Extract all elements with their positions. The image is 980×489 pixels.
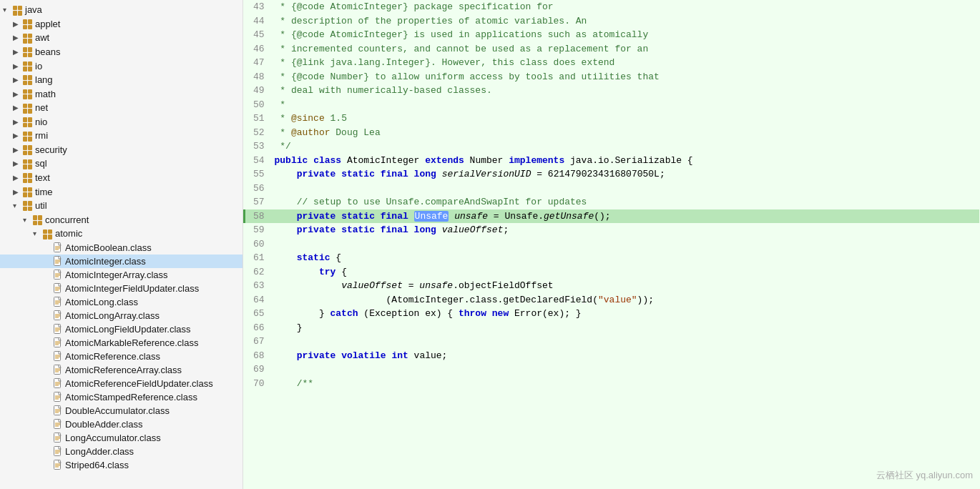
tree-item-AtomicLongFieldUpdater[interactable]: AtomicLongFieldUpdater.class (0, 322, 242, 336)
tree-item-concurrent[interactable]: ▾concurrent (0, 212, 242, 227)
tree-arrow-applet: ▶ (13, 20, 23, 28)
line-number: 59 (245, 223, 270, 237)
tree-item-util[interactable]: ▾util (0, 199, 242, 213)
code-content[interactable]: } (270, 321, 979, 335)
code-content[interactable]: private volatile int value; (270, 349, 979, 363)
package-icon (23, 172, 35, 184)
tree-item-beans[interactable]: ▶beans (0, 45, 242, 59)
tree-item-Striped64[interactable]: Striped64.class (0, 458, 242, 472)
tree-item-applet[interactable]: ▶applet (0, 17, 242, 31)
tree-item-DoubleAdder[interactable]: DoubleAdder.class (0, 418, 242, 431)
line-number: 63 (245, 279, 270, 293)
tree-item-time[interactable]: ▶time (0, 184, 242, 199)
tree-item-atomic[interactable]: ▾atomic (0, 227, 242, 241)
tree-arrow-java: ▾ (3, 6, 13, 14)
code-content[interactable]: * incremented counters, and cannot be us… (270, 42, 979, 56)
tree-item-AtomicIntegerFieldUpdater[interactable]: AtomicIntegerFieldUpdater.class (0, 282, 242, 295)
code-content[interactable]: * {@code Number} to allow uniform access… (270, 70, 979, 84)
code-content[interactable]: * deal with numerically-based classes. (270, 84, 979, 98)
tree-label: AtomicLongFieldUpdater.class (65, 324, 191, 335)
code-row: 50 * (245, 98, 979, 112)
tree-item-AtomicIntegerArray[interactable]: AtomicIntegerArray.class (0, 268, 242, 282)
tree-arrow-awt: ▶ (13, 34, 23, 41)
tree-label: java (25, 4, 42, 15)
code-content[interactable]: * {@link java.lang.Integer}. However, th… (270, 56, 979, 70)
line-number: 69 (245, 362, 270, 377)
tree-item-sql[interactable]: ▶sql (0, 157, 242, 171)
tree-label: net (35, 102, 48, 113)
tree-item-DoubleAccumulator[interactable]: DoubleAccumulator.class (0, 404, 242, 418)
code-content[interactable]: * (270, 98, 979, 112)
svg-rect-44 (54, 392, 61, 402)
tree-label: AtomicReference.class (65, 351, 160, 362)
class-icon (53, 392, 63, 402)
code-content[interactable]: (AtomicInteger.class.getDeclaredField("v… (270, 293, 979, 307)
tree-item-AtomicReference[interactable]: AtomicReference.class (0, 350, 242, 363)
tree-item-security[interactable]: ▶security (0, 143, 242, 157)
tree-item-java[interactable]: ▾java (0, 3, 242, 17)
code-content[interactable]: /** (270, 377, 979, 391)
code-content[interactable] (270, 362, 979, 377)
file-tree[interactable]: ▾java▶applet▶awt▶beans▶io▶lang▶math▶net▶… (0, 0, 243, 489)
line-number: 50 (245, 98, 270, 112)
class-icon (53, 460, 63, 470)
code-row: 64 (AtomicInteger.class.getDeclaredField… (245, 293, 979, 307)
svg-rect-32 (54, 352, 61, 361)
code-content[interactable]: } catch (Exception ex) { throw new Error… (270, 307, 979, 321)
code-content[interactable] (270, 237, 979, 252)
code-row: 55 private static final long serialVersi… (245, 167, 979, 182)
code-content[interactable] (270, 335, 979, 349)
tree-item-LongAccumulator[interactable]: LongAccumulator.class (0, 431, 242, 445)
package-icon (23, 60, 35, 71)
code-content[interactable]: * @since 1.5 (270, 112, 979, 126)
tree-item-io[interactable]: ▶io (0, 59, 242, 73)
code-content[interactable]: private static final long serialVersionU… (270, 167, 979, 182)
code-content[interactable]: */ (270, 139, 979, 154)
tree-item-AtomicLong[interactable]: AtomicLong.class (0, 295, 242, 309)
tree-item-awt[interactable]: ▶awt (0, 31, 242, 45)
tree-item-AtomicLongArray[interactable]: AtomicLongArray.class (0, 309, 242, 322)
code-row: 44 * description of the properties of at… (245, 14, 979, 29)
code-content[interactable]: try { (270, 265, 979, 280)
code-editor[interactable]: 43 * {@code AtomicInteger} package speci… (243, 0, 980, 489)
code-content[interactable]: public class AtomicInteger extends Numbe… (270, 154, 979, 168)
tree-item-lang[interactable]: ▶lang (0, 73, 242, 87)
code-content[interactable]: valueOffset = unsafe.objectFieldOffset (270, 279, 979, 293)
code-content[interactable]: private static final Unsafe unsafe = Uns… (270, 209, 979, 224)
tree-item-math[interactable]: ▶math (0, 87, 242, 101)
class-icon (53, 310, 63, 320)
tree-item-rmi[interactable]: ▶rmi (0, 129, 242, 143)
code-content[interactable]: static { (270, 251, 979, 265)
code-row: 48 * {@code Number} to allow uniform acc… (245, 70, 979, 84)
package-icon (23, 158, 35, 169)
tree-item-AtomicReferenceArray[interactable]: AtomicReferenceArray.class (0, 363, 242, 377)
tree-item-AtomicBoolean[interactable]: AtomicBoolean.class (0, 241, 242, 255)
tree-label: AtomicIntegerFieldUpdater.class (65, 283, 199, 294)
tree-item-LongAdder[interactable]: LongAdder.class (0, 445, 242, 458)
code-content[interactable]: * @author Doug Lea (270, 126, 979, 140)
package-icon (23, 32, 35, 44)
tree-label: AtomicStampedReference.class (65, 392, 197, 402)
tree-item-net[interactable]: ▶net (0, 101, 242, 115)
code-content[interactable]: * {@code AtomicInteger} package specific… (270, 0, 979, 14)
class-icon (53, 446, 63, 456)
tree-item-nio[interactable]: ▶nio (0, 115, 242, 129)
package-icon (23, 19, 35, 30)
tree-item-text[interactable]: ▶text (0, 171, 242, 185)
tree-label: awt (35, 32, 49, 43)
code-row: 60 (245, 237, 979, 252)
class-icon (53, 378, 63, 388)
tree-item-AtomicReferenceFieldUpdater[interactable]: AtomicReferenceFieldUpdater.class (0, 377, 242, 390)
code-content[interactable]: // setup to use Unsafe.compareAndSwapInt… (270, 195, 979, 209)
code-content[interactable]: * description of the properties of atomi… (270, 14, 979, 29)
code-content[interactable] (270, 182, 979, 196)
class-icon (53, 256, 63, 266)
tree-item-AtomicInteger[interactable]: AtomicInteger.class (0, 255, 242, 268)
tree-item-AtomicMarkableReference[interactable]: AtomicMarkableReference.class (0, 336, 242, 350)
line-number: 62 (245, 265, 270, 280)
code-content[interactable]: private static final long valueOffset; (270, 223, 979, 237)
tree-item-AtomicStampedReference[interactable]: AtomicStampedReference.class (0, 390, 242, 404)
code-content[interactable]: * {@code AtomicInteger} is used in appli… (270, 28, 979, 42)
tree-arrow-lang: ▶ (13, 76, 23, 84)
tree-label: concurrent (45, 214, 89, 225)
